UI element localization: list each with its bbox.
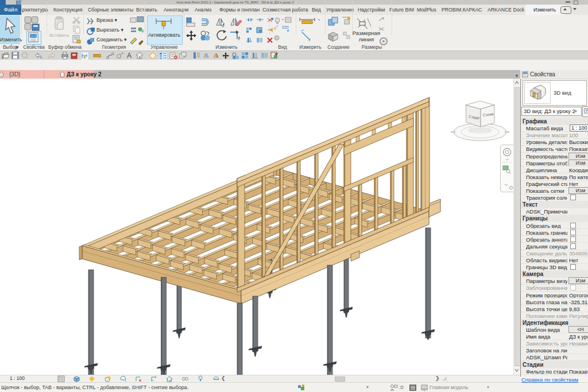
svg-text:A: A (127, 52, 131, 60)
